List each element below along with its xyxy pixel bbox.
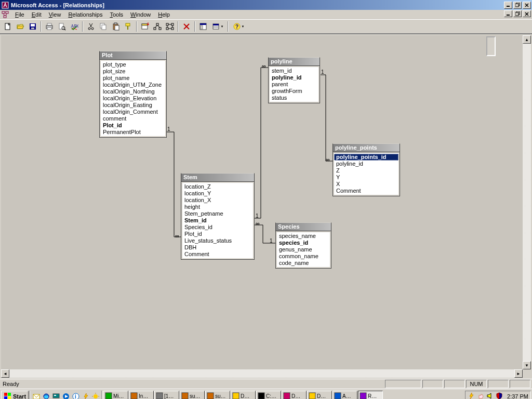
table-field[interactable]: Stem_id — [182, 217, 253, 224]
new-object-button[interactable]: ▼ — [210, 21, 225, 32]
table-field[interactable]: species_id — [277, 240, 330, 246]
table-field[interactable]: localOrigin_Northing — [101, 88, 165, 95]
table-stem[interactable]: Stemlocation_Zlocation_Ylocation_Xheight… — [181, 173, 255, 260]
table-header[interactable]: polyline_points — [333, 144, 400, 152]
task-button[interactable]: D… — [282, 391, 307, 400]
table-field[interactable]: location_X — [182, 197, 253, 204]
table-field[interactable]: polyline_id — [270, 74, 318, 81]
table-field[interactable]: Plot_id — [182, 231, 253, 237]
resize-gadget[interactable] — [486, 36, 496, 56]
scroll-up-button[interactable]: ▲ — [523, 35, 531, 44]
scroll-left-button[interactable]: ◄ — [1, 369, 9, 378]
tray-speaker-icon[interactable] — [486, 392, 494, 400]
format-painter-button[interactable] — [123, 21, 134, 32]
table-field[interactable]: code_name — [277, 260, 330, 267]
task-button[interactable]: D… — [231, 391, 256, 400]
ql-player-icon[interactable] — [61, 392, 71, 400]
help-button[interactable]: ?▼ — [231, 21, 246, 32]
table-field[interactable]: genus_name — [277, 246, 330, 253]
table-field[interactable]: species_name — [277, 233, 330, 240]
menu-edit[interactable]: Edit — [28, 11, 45, 18]
scroll-right-button[interactable]: ► — [514, 369, 523, 378]
table-header[interactable]: Species — [276, 223, 331, 231]
close-button[interactable] — [523, 2, 531, 9]
relationships-doc-icon[interactable] — [1, 10, 9, 19]
table-header[interactable]: Stem — [181, 174, 254, 182]
system-tray[interactable]: 2:37 PM — [465, 391, 531, 400]
ql-lightning-icon[interactable] — [81, 392, 90, 400]
task-button[interactable]: C:… — [256, 391, 281, 400]
task-button[interactable]: Mi… — [103, 391, 128, 400]
task-button[interactable]: su… — [180, 391, 205, 400]
spelling-button[interactable]: ABC — [69, 21, 80, 32]
ql-sun-icon[interactable] — [91, 392, 100, 400]
scroll-down-button[interactable]: ▼ — [523, 361, 531, 369]
table-field[interactable]: location_Z — [182, 183, 253, 190]
table-field[interactable]: localOrigin_Comment — [101, 109, 165, 115]
table-field[interactable]: stem_id — [270, 68, 318, 74]
task-button[interactable]: A… — [332, 391, 357, 400]
paste-button[interactable] — [110, 21, 122, 32]
table-field[interactable]: Live_status_status — [182, 237, 253, 244]
table-field[interactable]: plot_type — [101, 61, 165, 68]
show-all-relationships-button[interactable] — [164, 21, 176, 32]
table-field[interactable]: Plot_id — [101, 122, 165, 129]
menu-file[interactable]: File — [11, 11, 28, 18]
task-button[interactable]: In… — [129, 391, 154, 400]
tray-lightning-icon[interactable] — [468, 392, 475, 400]
table-polyline-points[interactable]: polyline_pointspolyline_points_idpolylin… — [332, 143, 400, 196]
table-field[interactable]: plot_name — [101, 75, 165, 82]
table-field[interactable]: location_Y — [182, 190, 253, 197]
vertical-scrollbar[interactable]: ▲ ▼ — [523, 35, 531, 369]
table-field[interactable]: polyline_id — [334, 161, 398, 167]
table-header[interactable]: Plot — [100, 51, 166, 60]
menu-window[interactable]: Window — [127, 11, 154, 18]
table-field[interactable]: polyline_points_id — [334, 154, 398, 161]
table-field[interactable]: localOrigin_Elevation — [101, 95, 165, 102]
print-preview-button[interactable] — [56, 21, 68, 32]
cut-button[interactable] — [85, 21, 97, 32]
open-button[interactable] — [15, 21, 26, 32]
task-button[interactable]: R… — [358, 391, 383, 400]
table-field[interactable]: DBH — [182, 244, 253, 251]
table-field[interactable]: comment — [101, 115, 165, 122]
table-field[interactable]: Comment — [334, 188, 398, 194]
table-field[interactable]: localOrigin_Easting — [101, 102, 165, 109]
mdi-close-button[interactable] — [523, 10, 531, 17]
minimize-button[interactable] — [504, 2, 512, 9]
table-field[interactable]: X — [334, 181, 398, 188]
table-field[interactable]: Stem_petname — [182, 210, 253, 217]
copy-button[interactable] — [98, 21, 109, 32]
table-field[interactable]: Comment — [182, 251, 253, 258]
relationships-canvas[interactable]: 1 ∞ 1 ∞ ∞ 1 1 ∞ Plotplot_typeplot_sizepl… — [1, 35, 523, 369]
save-button[interactable] — [27, 21, 38, 32]
tray-hand-icon[interactable] — [477, 392, 484, 400]
menu-view[interactable]: View — [45, 11, 65, 18]
menu-tools[interactable]: Tools — [106, 11, 127, 18]
table-field[interactable]: localOrigin_UTM_Zone — [101, 82, 165, 88]
delete-button[interactable] — [181, 21, 192, 32]
table-field[interactable]: growthForm — [270, 88, 318, 95]
ql-desktop-icon[interactable] — [51, 392, 61, 400]
horizontal-scrollbar[interactable]: ◄ ► — [1, 369, 523, 378]
restore-button[interactable] — [513, 2, 522, 9]
table-field[interactable]: parent — [270, 81, 318, 88]
table-field[interactable]: plot_size — [101, 68, 165, 75]
mdi-minimize-button[interactable] — [504, 10, 512, 17]
ql-info-icon[interactable]: i — [71, 392, 81, 400]
table-field[interactable]: height — [182, 204, 253, 210]
table-field[interactable]: Species_id — [182, 224, 253, 231]
ql-ie-icon[interactable] — [42, 392, 51, 400]
show-table-button[interactable]: + — [139, 21, 151, 32]
menu-relationships[interactable]: Relationships — [64, 11, 106, 18]
ql-outlook-icon[interactable] — [32, 392, 41, 400]
print-button[interactable] — [44, 21, 55, 32]
menu-help[interactable]: Help — [154, 11, 174, 18]
table-field[interactable]: status — [270, 95, 318, 101]
new-button[interactable] — [2, 21, 14, 32]
table-species[interactable]: Speciesspecies_namespecies_idgenus_namec… — [275, 222, 331, 269]
table-field[interactable]: Z — [334, 167, 398, 174]
tray-clock[interactable]: 2:37 PM — [507, 393, 528, 400]
table-field[interactable]: PermanentPlot — [101, 129, 165, 136]
table-field[interactable]: Y — [334, 174, 398, 181]
